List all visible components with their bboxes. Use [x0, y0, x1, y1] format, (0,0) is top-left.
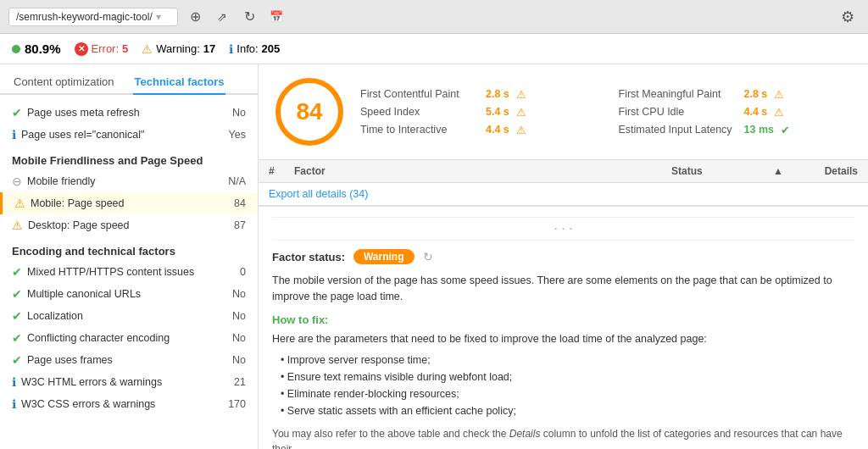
- factor-status-label: Factor status:: [272, 251, 345, 263]
- th-num: #: [269, 165, 294, 177]
- info-icon: ℹ: [12, 128, 16, 141]
- score-circle: 84: [275, 78, 343, 146]
- warn-icon: ⚠: [516, 124, 526, 136]
- how-to-fix-label: How to fix:: [272, 313, 854, 326]
- dots-row: · · ·: [272, 217, 854, 241]
- item-label: Mobile friendly: [27, 175, 215, 187]
- item-value: No: [220, 354, 246, 366]
- browser-chrome: /semrush-keyword-magic-tool/ ▾ ⊕ ⇗ ↻ 📅 ⚙: [0, 0, 868, 34]
- metric-name: First Contentful Paint: [360, 88, 479, 100]
- item-value: No: [220, 332, 246, 344]
- metric-value: 2.8 s: [744, 88, 768, 100]
- check-icon: ✔: [12, 265, 22, 279]
- list-item: ℹ W3C HTML errors & warnings 21: [12, 371, 246, 393]
- check-icon: ✔: [12, 106, 22, 119]
- metric-name: First CPU Idle: [619, 106, 737, 118]
- list-item: ℹ W3C CSS errors & warnings 170: [12, 393, 246, 415]
- status-bar: 80.9% ✕ Error: 5 ⚠ Warning: 17 ℹ Info: 2…: [0, 34, 868, 64]
- list-item-highlighted: ⚠ Mobile: Page speed 84: [0, 192, 258, 214]
- list-item: ✔ Mixed HTTP/HTTPS content issues 0: [12, 261, 246, 283]
- fix-item: Ensure text remains visible during webfo…: [272, 369, 854, 385]
- metric-row: First Meaningful Paint 2.8 s ⚠: [619, 88, 852, 101]
- share-button[interactable]: ⇗: [212, 7, 232, 27]
- score-number: 84: [296, 98, 322, 125]
- warn-icon: ⚠: [516, 88, 526, 101]
- list-item: ✔ Page uses frames No: [12, 349, 246, 371]
- th-status: Status: [671, 165, 773, 177]
- fix-item: Eliminate render-blocking resources;: [272, 385, 854, 402]
- address-bar[interactable]: /semrush-keyword-magic-tool/ ▾: [8, 8, 178, 26]
- refresh-button[interactable]: ↻: [239, 7, 259, 27]
- metric-value: 4.4 s: [744, 106, 768, 118]
- item-value: No: [220, 107, 246, 119]
- th-details: Details: [790, 165, 858, 177]
- item-label: W3C CSS errors & warnings: [21, 398, 215, 410]
- warning-badge: Warning: [353, 249, 415, 264]
- metric-value: 2.8 s: [486, 88, 509, 100]
- item-value: 0: [220, 266, 246, 278]
- left-content: ✔ Page uses meta refresh No ℹ Page uses …: [0, 95, 258, 422]
- check-icon: ✔: [12, 309, 22, 323]
- metric-name: Time to Interactive: [360, 124, 479, 136]
- item-value: 84: [220, 197, 246, 209]
- factor-status-row: Factor status: Warning ↻: [272, 249, 854, 264]
- list-item: ⊖ Mobile friendly N/A: [12, 170, 246, 192]
- info-count: 205: [262, 42, 281, 55]
- item-value: No: [220, 288, 246, 300]
- info-icon: ℹ: [12, 397, 16, 411]
- tab-technical-factors[interactable]: Technical factors: [133, 70, 226, 95]
- refresh-icon[interactable]: ↻: [423, 250, 433, 263]
- fix-item: Serve static assets with an efficient ca…: [272, 402, 854, 419]
- item-label: Mobile: Page speed: [31, 197, 215, 209]
- score-indicator: 80.9%: [12, 42, 61, 56]
- th-factor: Factor: [294, 165, 671, 177]
- check-icon: ✔: [781, 124, 790, 136]
- check-icon: ✔: [12, 287, 22, 301]
- warning-count: 17: [203, 42, 215, 55]
- section-heading-mobile: Mobile Friendliness and Page Speed: [12, 154, 246, 167]
- tabs-header: Content optimization Technical factors: [0, 64, 258, 95]
- section-heading-encoding: Encoding and technical factors: [12, 245, 246, 258]
- left-panel: Content optimization Technical factors ✔…: [0, 64, 259, 449]
- metric-value: 13 ms: [744, 124, 774, 136]
- address-dropdown-icon[interactable]: ▾: [156, 11, 161, 23]
- item-label: Mixed HTTP/HTTPS content issues: [27, 266, 215, 278]
- warn-icon: ⚠: [774, 88, 784, 101]
- metrics-section: 84 First Contentful Paint 2.8 s ⚠ First …: [259, 64, 868, 160]
- metric-row: Estimated Input Latency 13 ms ✔: [619, 124, 852, 136]
- metric-row: First Contentful Paint 2.8 s ⚠: [360, 88, 593, 101]
- error-status: ✕ Error: 5: [75, 42, 129, 56]
- info-label: Info:: [236, 42, 258, 55]
- item-label: Localization: [27, 310, 215, 322]
- minus-icon: ⊖: [12, 175, 22, 188]
- warn-icon: ⚠: [516, 106, 526, 119]
- metric-name: Speed Index: [360, 106, 479, 118]
- export-link[interactable]: Export all details (34): [259, 183, 868, 205]
- item-label: Page uses meta refresh: [27, 107, 215, 119]
- list-item: ✔ Localization No: [12, 305, 246, 327]
- warning-label: Warning:: [156, 42, 200, 55]
- tab-content-optimization[interactable]: Content optimization: [12, 70, 116, 95]
- description-text: The mobile version of the page has some …: [272, 273, 854, 305]
- score-dot: [12, 45, 20, 53]
- info-status: ℹ Info: 205: [229, 42, 280, 56]
- fix-item: Improve server response time;: [272, 352, 854, 369]
- item-value: 170: [220, 398, 246, 410]
- metric-name: First Meaningful Paint: [619, 88, 737, 100]
- error-icon: ✕: [75, 42, 88, 56]
- item-value: Yes: [220, 129, 246, 141]
- settings-button[interactable]: ⚙: [836, 5, 860, 29]
- add-tab-button[interactable]: ⊕: [185, 7, 205, 27]
- score-value: 80.9%: [25, 42, 61, 56]
- info-icon: ℹ: [12, 375, 16, 389]
- calendar-button[interactable]: 📅: [266, 7, 287, 27]
- th-sort[interactable]: ▲: [773, 165, 790, 177]
- item-value: No: [220, 310, 246, 322]
- item-label: W3C HTML errors & warnings: [21, 376, 215, 388]
- warning-status: ⚠ Warning: 17: [142, 42, 215, 56]
- fix-list: Improve server response time; Ensure tex…: [272, 352, 854, 419]
- detail-section: · · · Factor status: Warning ↻ The mobil…: [259, 206, 868, 449]
- item-label: Conflicting character encoding: [27, 332, 215, 344]
- footer-note: You may also refer to the above table an…: [272, 426, 854, 449]
- list-item: ℹ Page uses rel="canonical" Yes: [12, 124, 246, 146]
